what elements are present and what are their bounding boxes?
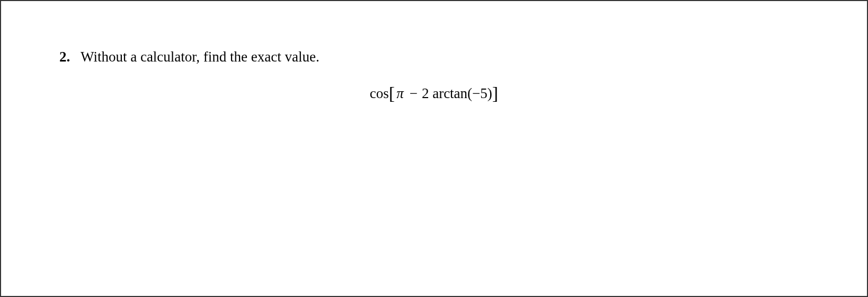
document-content: 2. Without a calculator, find the exact …: [1, 1, 867, 102]
cos-function: cos: [370, 85, 389, 102]
problem-instruction: Without a calculator, find the exact val…: [81, 49, 320, 65]
coefficient-two: 2: [422, 85, 429, 102]
formula-container: cos[π−2 arctan(−5)]: [59, 85, 809, 102]
left-bracket: [: [389, 86, 395, 100]
minus-operator: −: [405, 85, 422, 102]
problem-statement: 2. Without a calculator, find the exact …: [59, 49, 809, 65]
arctan-function: arctan: [432, 85, 467, 102]
negative-five: −5: [472, 85, 488, 102]
pi-symbol: π: [395, 85, 405, 102]
right-paren: ): [488, 85, 492, 102]
left-paren: (: [467, 85, 472, 102]
math-expression: cos[π−2 arctan(−5)]: [370, 85, 498, 102]
problem-number: 2.: [59, 49, 74, 65]
right-bracket: ]: [492, 86, 498, 100]
